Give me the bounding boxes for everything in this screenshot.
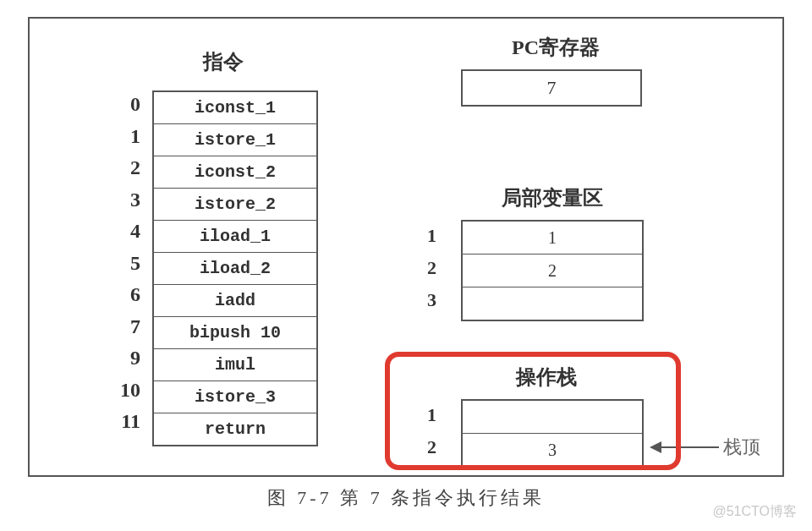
instruction-cell: bipush 10 — [153, 317, 317, 349]
local-var-cell — [462, 287, 643, 321]
instruction-index: 3 — [110, 184, 140, 216]
instruction-cell: imul — [153, 349, 317, 381]
instruction-index: 5 — [110, 248, 140, 280]
instruction-index: 4 — [110, 216, 140, 248]
figure-caption: 图 7-7 第 7 条指令执行结果 — [17, 485, 795, 511]
pc-register-title: PC寄存器 — [512, 34, 600, 61]
local-vars-indices: 1 2 3 — [427, 220, 436, 316]
stack-index: 1 — [427, 399, 436, 431]
operand-stack-indices: 1 2 — [427, 399, 436, 463]
pc-register-value: 7 — [461, 69, 642, 107]
instruction-cell: iload_1 — [153, 221, 317, 253]
instruction-cell: iadd — [153, 285, 317, 317]
local-var-cell: 1 — [462, 221, 643, 255]
instruction-cell: iload_2 — [153, 253, 317, 285]
instruction-index: 0 — [110, 89, 140, 121]
instruction-table: iconst_1 istore_1 iconst_2 istore_2 iloa… — [152, 90, 318, 446]
instruction-cell: iconst_1 — [153, 91, 317, 124]
watermark-text: @51CTO博客 — [712, 503, 797, 521]
instruction-cell: iconst_2 — [153, 156, 317, 189]
instruction-index: 9 — [110, 342, 140, 375]
local-vars-title: 局部变量区 — [502, 184, 603, 211]
instruction-index: 1 — [110, 121, 140, 153]
local-var-cell: 2 — [462, 255, 643, 287]
local-vars-table: 1 2 — [461, 220, 644, 321]
instruction-index: 2 — [110, 152, 140, 184]
instruction-index: 6 — [110, 279, 140, 311]
operand-stack-title: 操作栈 — [516, 364, 577, 391]
instruction-index: 10 — [110, 375, 140, 407]
diagram-frame: 指令 0 1 2 3 4 5 6 7 9 10 11 iconst_1 isto… — [28, 17, 784, 477]
instruction-cell: return — [153, 413, 317, 446]
instruction-indices: 0 1 2 3 4 5 6 7 9 10 11 — [110, 89, 140, 438]
stack-top-label: 栈顶 — [723, 435, 760, 460]
operand-stack-table: 3 — [461, 399, 644, 468]
stack-cell — [462, 400, 643, 434]
instruction-title: 指令 — [203, 48, 244, 75]
arrow-icon — [651, 446, 719, 448]
instruction-cell: istore_1 — [153, 124, 317, 156]
instruction-cell: istore_3 — [153, 381, 317, 413]
stack-cell: 3 — [462, 434, 643, 468]
local-var-index: 2 — [427, 252, 436, 284]
local-var-index: 3 — [427, 284, 436, 316]
local-var-index: 1 — [427, 220, 436, 252]
instruction-cell: istore_2 — [153, 189, 317, 221]
instruction-index: 7 — [110, 311, 140, 343]
instruction-index: 11 — [110, 406, 140, 438]
stack-index: 2 — [427, 431, 436, 463]
